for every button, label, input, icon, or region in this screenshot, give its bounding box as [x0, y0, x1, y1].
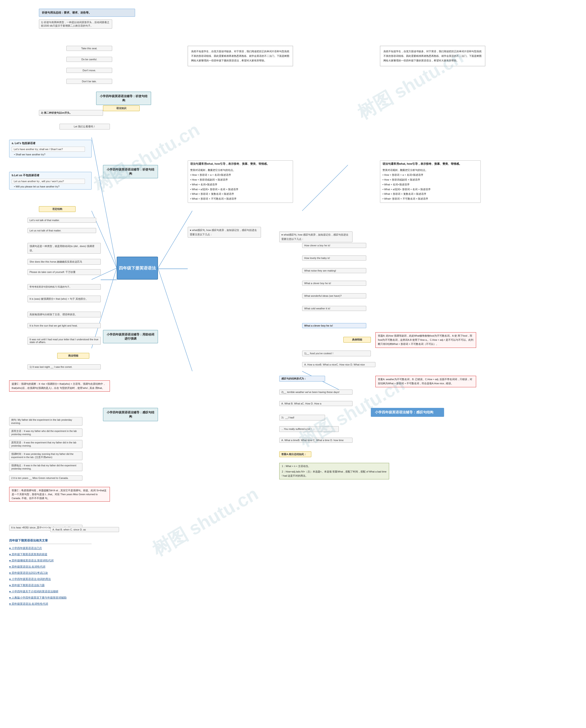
answer-note-ex1: 答题A: 此How 强调等副词，此处What修饰食物food为不可数名词。A:使…	[375, 332, 476, 348]
ex-terrible-weather: 2)__ terrible weather we've been having …	[279, 390, 352, 395]
rule2-text: 2：How+adj./adv./Vt+（主）本选题+。本选项 答案What，搭配…	[282, 470, 387, 478]
connector-center-left	[101, 280, 117, 280]
imperative-intro-text: 祈使句用法总结：要求、请求、劝告等。	[42, 11, 91, 14]
lets-ex1: Let's have another try; shall we / Shan'…	[12, 147, 85, 152]
answer-ex2-box: 答案C：考虑强调句组，本题提醒为A th at，其实它不是强调句。前提。此词 S…	[9, 487, 110, 502]
grammar-example-label: 典例明细	[343, 337, 371, 343]
link-8[interactable]: ● 小学四年级关于介绍词的英语语法细研	[9, 589, 91, 594]
info-intro: 虽然不知道学生，自觉方面读书较多。对于英语，我们阅读把控正的单词片语和句型虽然不…	[191, 49, 290, 63]
example-dont-late: Don't be late.	[66, 79, 112, 84]
letus-branch: b.Let us 不包括谈话者 Let us have another try …	[9, 172, 91, 190]
right-hint-content: 赞美对话规则，翻案把它分析句的结点。 • How + 形容词 + a + 名词+…	[382, 168, 478, 201]
svg-line-6	[302, 165, 348, 211]
imperative-note1: 1) 祈使句有两种类型，一种是以动词原形开头，后动词跟着之前1500 db只提示…	[39, 20, 112, 29]
neg-ex1: Let's not talk of that matter.	[27, 218, 96, 223]
original-time: 强调时间：It was yesterday evening that my fa…	[9, 451, 82, 460]
original-object: 原而宾语：It was the experiment that my fathe…	[9, 440, 82, 448]
grammar-hint-content: 赞美对话规则，翻案把它分析句的结点。 • How + 形容词 + a + 名词+…	[190, 168, 291, 201]
link-5[interactable]: ● 四年级英语语法2021考试口诀	[9, 571, 91, 575]
exclamation-structure-label: 感叹句的结构形式为：	[279, 376, 325, 381]
bottom-section-title: 四年级下期英语语法相关文章	[9, 538, 91, 544]
imperative-note1-text: 1) 祈使句有两种类型，一种是以动词原形开头，后动词跟着之前1500 db只提示…	[41, 21, 109, 27]
ex-what-noise: What noise they are making!	[302, 268, 366, 273]
what-how-note: ● what感叹句, how 感叹句差异，如知该记住，感叹句括进去需要注意以下几…	[279, 231, 352, 242]
cleft-ex2: It was not until I had read your letter …	[27, 337, 101, 345]
link-4[interactable]: ● 四年级英语语法:名词性代词	[9, 565, 91, 569]
link-9[interactable]: ● 人教版小学四年级英语下册与年级形容词辅助	[9, 596, 91, 600]
hint-item-1: 赞美对话规则，翻案把它分析句的结点。	[190, 168, 291, 173]
right-hint-title: 语法句通常用what, how引导，表示惊奇、羡慕、赞美、等情感。	[382, 162, 478, 166]
emphasis-note: 强调句还是一种类型，就是用助动词(to (did , does) 强调谓语。	[27, 243, 101, 254]
emphasis-ex-please: Please do take care of yourself. 千万珍重	[27, 269, 101, 275]
itwas-rule: It is (was) 被强调部分+ that (who) + 句子 其他部分。	[27, 296, 101, 302]
info-intro-right: 虽然不知道学生，自觉方面读书较多。对于英语，我们阅读把控正的单词片语和句型虽然不…	[383, 49, 482, 63]
svg-line-5	[158, 268, 192, 371]
center-bottom-section: 小学四年级英语语法辅导：用助动词进行强调	[103, 330, 158, 343]
letus-branch-title: b.Let us 不包括谈话者	[12, 173, 89, 177]
page-container: 树图 shutu.cn 树图 shutu.cn 树图 shutu.cn 树图 s…	[0, 0, 586, 728]
letus-ex2: • Will you please let us have another tr…	[12, 185, 89, 188]
imperative-intro-box: 祈使句用法总结：要求、请求、劝告等。	[39, 9, 135, 17]
svg-line-4	[158, 211, 192, 268]
grammar-hint-title: 语法句通常用what, how引导，表示惊奇、羡慕、赞美、等情感。	[190, 162, 291, 166]
info-panel-right: 虽然不知道学生，自觉方面读书较多。对于英语，我们阅读把控正的单词片语和句型虽然不…	[380, 46, 485, 66]
ex-what-clever: What a clever boy he is!	[302, 281, 366, 286]
cleft-note: 高射炮强调句分析除了主语、谓语和状语。	[27, 312, 101, 317]
hint-item-7: • What + 形容词 + 不可数名词 + 陈述语序	[190, 196, 291, 201]
note-extra: ● what感叹句, how 感叹句差异，如知该记住，感叹句括进去需要注意以下几…	[188, 227, 261, 237]
negative-structure-label: 否定结构	[39, 206, 76, 212]
let-intro: 2) 第二种祈使句以let开头。	[39, 110, 103, 116]
let-example: Let 我们让看看吗！	[59, 124, 110, 129]
ex-food-cooked: 1)__ food you've cooked！	[302, 351, 371, 356]
ex-what-wonderful: What wonderful ideas (we have)?	[302, 293, 366, 298]
info-panel: 虽然不知道学生，自觉方面读书较多。对于英语，我们阅读把控正的单词片语和句型虽然不…	[188, 46, 293, 66]
grammar-knowledge-label: 语法知识	[103, 105, 140, 111]
central-node: 四年级下册英语语法	[117, 257, 158, 280]
modal-label: 商业明细	[57, 353, 89, 359]
options-3: A. What a timeB. What time C. What a tim…	[279, 438, 352, 443]
original-place: 强调地点：It was in the lab that my father di…	[9, 463, 82, 471]
link-6[interactable]: ● 小学四年级英语语法:动词的用法	[9, 577, 91, 581]
exclamation-main-title: 小学四年级英语语法辅导：感叹句结构	[371, 408, 444, 417]
answer-note-ex2: 答案A. weather为不可数名词，B. 已错误。C.How + adj. 后…	[375, 376, 476, 387]
link-7[interactable]: ● 四年级下期英语语法练习题	[9, 583, 91, 587]
hint-item-5: • What + a/冠词+ 形容词 + 名词 + 陈述语序	[190, 187, 291, 192]
example-take-seat: Take this seat.	[66, 46, 112, 53]
example-do-careful: Do be careful.	[66, 57, 112, 62]
lets-ex2: • Shall we have another try?	[12, 153, 89, 156]
ex-what-clever-main: What a clever boy he is!	[302, 323, 366, 328]
hint-item-3: • How + 形容词或副词 + 陈述语序	[190, 177, 291, 182]
rule1-box: 1：What + n + 主语动当。 2：How+adj./adv./Vt+（主…	[279, 463, 389, 479]
ex3-label: 3）__I had!	[279, 415, 325, 421]
hint-item-2: • How + 形容词 + a + 名词+陈述语序	[190, 173, 291, 177]
hint-item-6: • What + 形容词 + 复数名词 + 陈述语序	[190, 192, 291, 196]
qishi-section-title: 小学四年级英语语法辅导：祈使句结构	[96, 92, 151, 105]
lets-branch-title: a. Let's 包括谈话者	[12, 142, 89, 145]
connector-center-right	[158, 269, 188, 269]
center-top-section: 小学四年级英语语法辅导：祈使句结构	[103, 165, 158, 178]
exam-note: 带考考前英语句型结构练习 81题的句子。	[27, 284, 101, 290]
grammar-hint-box: 语法句通常用what, how引导，表示惊奇、羡慕、赞美、等情感。 赞美对话规则…	[188, 160, 293, 203]
cleft-ex1: It is from the sun that we get light and…	[27, 323, 101, 328]
ex-what-cold: What cold weather it is!	[302, 306, 366, 311]
ex-how-clever: How clever a boy he is!	[302, 243, 366, 248]
grammar-rule-label: 答案A.细分总结如此：	[279, 451, 311, 457]
hint-item-4: • What + 名词+陈述语序	[190, 182, 291, 187]
link-10[interactable]: ● 四年级英语语法:名词性性代词	[9, 602, 91, 606]
ex1-comet: 1) It was last night __ I saw the comet.	[27, 365, 101, 369]
link-1[interactable]: ● 小学四年级英语语法已总	[9, 546, 91, 550]
letus-ex1: Let us have another try , will you / won…	[12, 179, 85, 184]
answer-c-box: 提要C：强调句的观察：It +be +强调部分+ that(who) + 主语等…	[9, 380, 110, 392]
link-2[interactable]: ● 四年级下期英语原形形的前提	[9, 552, 91, 556]
original-subject: 原而主语：It was my father who did the experi…	[9, 428, 82, 437]
lets-branch: a. Let's 包括谈话者 Let's have another try; s…	[9, 140, 91, 157]
example-dont-move: Don't move.	[66, 68, 112, 73]
example-father: 例句: My father did the experiment in the …	[9, 417, 82, 426]
options-1: A. How a niceB. What a niceC. How nice D…	[302, 362, 375, 367]
ex3-extra: …You really suffered a lot！	[279, 426, 339, 432]
right-grammar-hints: 语法句通常用what, how引导，表示惊奇、羡慕、赞美、等情感。 赞美对话规则…	[380, 160, 481, 203]
mind-map: 祈使句用法总结：要求、请求、劝告等。 1) 祈使句有两种类型，一种是以动词原形开…	[5, 5, 581, 715]
link-ans: A. that B. when C. since D. as	[50, 527, 119, 532]
link-3[interactable]: ● 四年级继续英语语法:形容词性代词	[9, 559, 91, 562]
ex2-years: 2.It is ten years __ Miss Green returned…	[9, 475, 82, 480]
